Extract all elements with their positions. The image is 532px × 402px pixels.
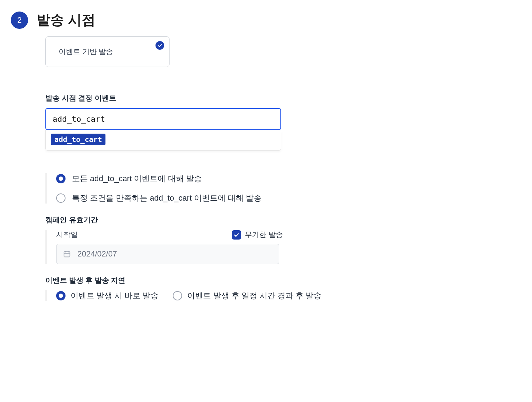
radio-delayed-label: 이벤트 발생 후 일정 시간 경과 후 발송 <box>187 290 321 301</box>
start-date-label: 시작일 <box>56 230 78 240</box>
step-number-text: 2 <box>17 15 22 25</box>
event-input[interactable] <box>45 108 281 130</box>
start-date-input[interactable]: 2024/02/07 <box>56 244 279 264</box>
event-dropdown: add_to_cart <box>45 130 281 151</box>
start-date-value: 2024/02/07 <box>77 249 117 259</box>
validity-section-label: 캠페인 유효기간 <box>45 215 521 225</box>
event-condition-radios: 모든 add_to_cart 이벤트에 대해 발송 특정 조건을 만족하는 ad… <box>45 173 521 204</box>
checkbox-icon <box>232 230 241 240</box>
validity-row: 시작일 무기한 발송 <box>56 230 283 240</box>
radio-delayed[interactable]: 이벤트 발생 후 일정 시간 경과 후 발송 <box>173 290 321 301</box>
radio-specific-label: 특정 조건을 만족하는 add_to_cart 이벤트에 대해 발송 <box>72 193 262 204</box>
svg-rect-0 <box>64 252 70 257</box>
calendar-icon <box>63 250 71 258</box>
radio-specific-events[interactable]: 특정 조건을 만족하는 add_to_cart 이벤트에 대해 발송 <box>56 193 521 204</box>
radio-icon <box>56 193 66 203</box>
step-content: 이벤트 기반 발송 발송 시점 결정 이벤트 add_to_cart 모든 ad… <box>31 36 521 301</box>
radio-icon <box>56 174 66 183</box>
unlimited-checkbox-wrap[interactable]: 무기한 발송 <box>232 230 283 240</box>
step-title: 발송 시점 <box>37 11 95 29</box>
radio-immediate[interactable]: 이벤트 발생 시 바로 발송 <box>56 290 158 301</box>
check-icon <box>155 41 164 50</box>
radio-icon <box>56 291 66 300</box>
unlimited-label: 무기한 발송 <box>245 230 283 240</box>
step-header: 2 발송 시점 <box>11 11 521 29</box>
radio-all-label: 모든 add_to_cart 이벤트에 대해 발송 <box>72 173 202 184</box>
event-dropdown-option[interactable]: add_to_cart <box>51 134 105 145</box>
validity-group: 캠페인 유효기간 시작일 무기한 발송 2024/02/07 <box>45 215 521 264</box>
event-select-label: 발송 시점 결정 이벤트 <box>45 93 521 103</box>
radio-all-events[interactable]: 모든 add_to_cart 이벤트에 대해 발송 <box>56 173 521 184</box>
radio-icon <box>173 291 182 300</box>
delay-section-label: 이벤트 발생 후 발송 지연 <box>45 276 521 285</box>
event-select-group: 발송 시점 결정 이벤트 add_to_cart 모든 add_to_cart … <box>45 93 521 204</box>
section-divider <box>45 80 521 80</box>
validity-section: 시작일 무기한 발송 2024/02/07 <box>45 230 283 264</box>
send-type-card[interactable]: 이벤트 기반 발송 <box>45 36 170 67</box>
step-number-badge: 2 <box>11 12 28 29</box>
event-autocomplete: add_to_cart <box>45 108 281 130</box>
delay-radios: 이벤트 발생 시 바로 발송 이벤트 발생 후 일정 시간 경과 후 발송 <box>45 290 521 301</box>
send-type-label: 이벤트 기반 발송 <box>59 47 156 57</box>
radio-immediate-label: 이벤트 발생 시 바로 발송 <box>71 290 158 301</box>
delay-group: 이벤트 발생 후 발송 지연 이벤트 발생 시 바로 발송 이벤트 발생 후 일… <box>45 276 521 301</box>
